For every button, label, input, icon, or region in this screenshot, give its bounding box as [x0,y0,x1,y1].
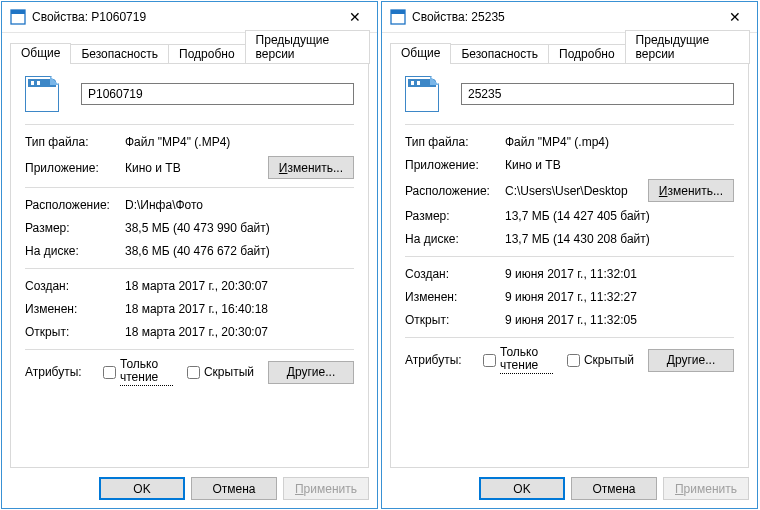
size-on-disk-label: На диске: [25,244,125,258]
filetype-value: Файл "MP4" (.MP4) [125,135,354,149]
window-title: Свойства: P1060719 [32,10,333,24]
tab-previous-versions[interactable]: Предыдущие версии [245,30,370,64]
tab-strip: Общие Безопасность Подробно Предыдущие в… [2,33,377,64]
titlebar[interactable]: Свойства: P1060719 ✕ [2,2,377,33]
size-on-disk-value: 13,7 МБ (14 430 208 байт) [505,232,734,246]
opens-with-value: Кино и ТВ [505,158,734,172]
accessed-value: 18 марта 2017 г., 20:30:07 [125,325,354,339]
titlebar[interactable]: Свойства: 25235 ✕ [382,2,757,33]
size-on-disk-label: На диске: [405,232,505,246]
size-value: 13,7 МБ (14 427 405 байт) [505,209,734,223]
modified-value: 9 июня 2017 г., 11:32:27 [505,290,734,304]
attributes-label: Атрибуты: [25,365,103,379]
readonly-checkbox[interactable]: Только чтение [483,346,553,374]
close-button[interactable]: ✕ [333,2,377,32]
location-label: Расположение: [405,184,505,198]
advanced-button[interactable]: Другие... [648,349,734,372]
apply-button: Применить [283,477,369,500]
tab-panel-general: Тип файла:Файл "MP4" (.mp4) Приложение:К… [390,63,749,468]
dialog-footer: OK Отмена Применить [2,469,377,508]
tab-panel-general: Тип файла:Файл "MP4" (.MP4) Приложение:К… [10,63,369,468]
accessed-label: Открыт: [405,313,505,327]
change-button[interactable]: Изменить... [268,156,354,179]
filename-input[interactable] [81,83,354,105]
location-value: C:\Users\User\Desktop [505,184,640,198]
tab-security[interactable]: Безопасность [70,44,169,64]
filename-input[interactable] [461,83,734,105]
created-label: Создан: [405,267,505,281]
window-title: Свойства: 25235 [412,10,713,24]
properties-dialog: Свойства: P1060719 ✕ Общие Безопасность … [1,1,378,509]
location-label: Расположение: [25,198,125,212]
modified-label: Изменен: [25,302,125,316]
created-value: 9 июня 2017 г., 11:32:01 [505,267,734,281]
modified-label: Изменен: [405,290,505,304]
accessed-label: Открыт: [25,325,125,339]
tab-previous-versions[interactable]: Предыдущие версии [625,30,750,64]
tab-details[interactable]: Подробно [168,44,246,64]
opens-with-value: Кино и ТВ [125,161,268,175]
accessed-value: 9 июня 2017 г., 11:32:05 [505,313,734,327]
size-value: 38,5 МБ (40 473 990 байт) [125,221,354,235]
window-icon [390,9,406,25]
attributes-label: Атрибуты: [405,353,483,367]
dialog-footer: OK Отмена Применить [382,469,757,508]
apply-button: Применить [663,477,749,500]
file-type-icon [405,76,439,112]
tab-security[interactable]: Безопасность [450,44,549,64]
hidden-checkbox[interactable]: Скрытый [567,353,634,367]
tab-general[interactable]: Общие [390,43,451,64]
tab-details[interactable]: Подробно [548,44,626,64]
opens-with-label: Приложение: [405,158,505,172]
close-button[interactable]: ✕ [713,2,757,32]
ok-button[interactable]: OK [99,477,185,500]
filetype-label: Тип файла: [405,135,505,149]
advanced-button[interactable]: Другие... [268,361,354,384]
change-button[interactable]: Изменить... [648,179,734,202]
ok-button[interactable]: OK [479,477,565,500]
modified-value: 18 марта 2017 г., 16:40:18 [125,302,354,316]
readonly-checkbox[interactable]: Только чтение [103,358,173,386]
cancel-button[interactable]: Отмена [191,477,277,500]
svg-rect-3 [391,10,405,14]
opens-with-label: Приложение: [25,161,125,175]
size-label: Размер: [25,221,125,235]
size-label: Размер: [405,209,505,223]
hidden-checkbox[interactable]: Скрытый [187,365,254,379]
location-value: D:\Инфа\Фото [125,198,354,212]
tab-general[interactable]: Общие [10,43,71,64]
cancel-button[interactable]: Отмена [571,477,657,500]
filetype-value: Файл "MP4" (.mp4) [505,135,734,149]
file-type-icon [25,76,59,112]
window-icon [10,9,26,25]
filetype-label: Тип файла: [25,135,125,149]
svg-rect-1 [11,10,25,14]
created-value: 18 марта 2017 г., 20:30:07 [125,279,354,293]
tab-strip: Общие Безопасность Подробно Предыдущие в… [382,33,757,64]
size-on-disk-value: 38,6 МБ (40 476 672 байт) [125,244,354,258]
created-label: Создан: [25,279,125,293]
properties-dialog: Свойства: 25235 ✕ Общие Безопасность Под… [381,1,758,509]
